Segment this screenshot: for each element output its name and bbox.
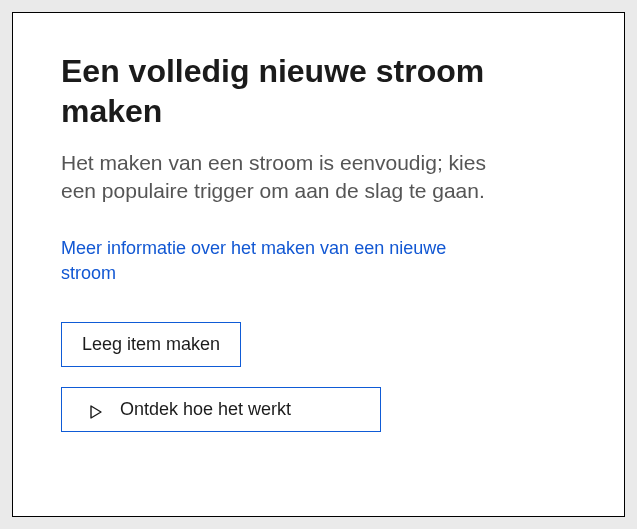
learn-more-link[interactable]: Meer informatie over het maken van een n… <box>61 236 501 286</box>
svg-marker-0 <box>91 406 101 418</box>
create-blank-button[interactable]: Leeg item maken <box>61 322 241 367</box>
panel-heading: Een volledig nieuwe stroom maken <box>61 51 576 131</box>
create-blank-label: Leeg item maken <box>82 334 220 355</box>
panel-description: Het maken van een stroom is eenvoudig; k… <box>61 149 501 206</box>
discover-button[interactable]: Ontdek hoe het werkt <box>61 387 381 432</box>
create-flow-panel: Een volledig nieuwe stroom maken Het mak… <box>12 12 625 517</box>
play-icon <box>90 403 102 417</box>
actions-group: Leeg item maken Ontdek hoe het werkt <box>61 322 576 432</box>
discover-label: Ontdek hoe het werkt <box>120 399 291 420</box>
